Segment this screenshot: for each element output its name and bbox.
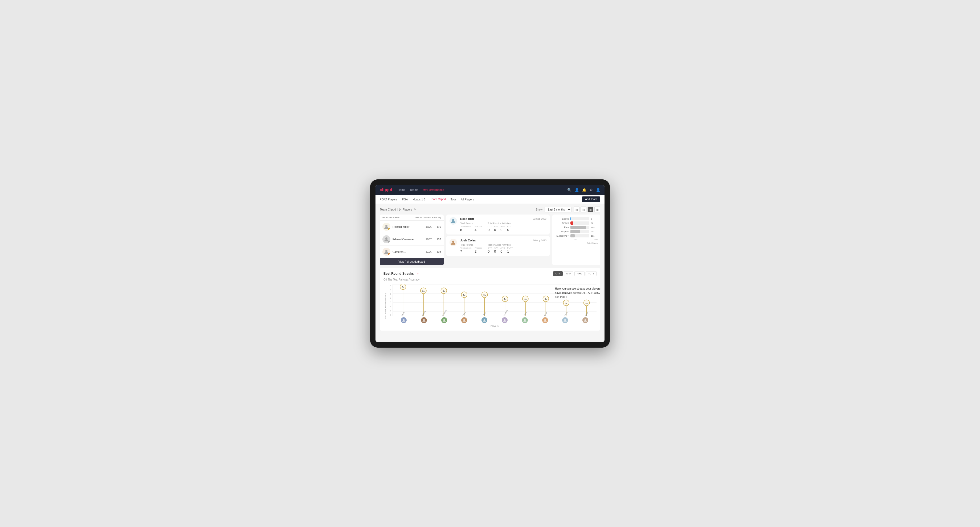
bar-track	[570, 234, 589, 237]
streak-avatar	[414, 317, 434, 323]
svg-point-47	[444, 319, 445, 321]
svg-text:R. Britt: R. Britt	[482, 312, 486, 316]
x-tick: 200	[574, 238, 577, 241]
filter-putt[interactable]: PUTT	[585, 271, 597, 276]
y-tick: 3	[390, 301, 391, 303]
svg-point-54	[584, 319, 586, 321]
search-icon[interactable]: 🔍	[567, 188, 571, 192]
subnav-all-players[interactable]: All Players	[461, 195, 474, 203]
player-avg: 103	[434, 251, 441, 253]
subnav-team-clippd[interactable]: Team Clippd	[430, 195, 446, 203]
players-panel: Rees Britt 02 Sep 2023 Total Rounds Tour…	[446, 214, 550, 265]
edit-icon[interactable]: ✎	[414, 208, 416, 211]
bar-label: Birdies	[555, 222, 569, 224]
tablet-screen: clippd Home Teams My Performance 🔍 👤 🔔 ⚙…	[375, 185, 605, 342]
y-tick: 6	[390, 289, 391, 291]
svg-point-45	[403, 319, 404, 321]
filter-arg[interactable]: ARG	[574, 271, 584, 276]
subnav-pga[interactable]: PGA	[402, 195, 408, 203]
y-tick: 5	[390, 293, 391, 295]
user-icon[interactable]: 👤	[575, 188, 579, 192]
rounds-stat-group: Total Rounds Tournament 8 Practice	[460, 222, 482, 232]
player-name: Cameron...	[393, 251, 421, 253]
avatar	[450, 239, 457, 246]
streak-avatar	[454, 317, 474, 323]
ott-val: 0	[488, 228, 492, 232]
avatar-row	[393, 317, 597, 323]
bar-row: Bogeys 311	[555, 230, 598, 233]
period-select[interactable]: Last 3 months	[545, 207, 571, 213]
add-team-button[interactable]: Add Team	[582, 197, 600, 202]
svg-text:D. Billingham: D. Billingham	[440, 310, 447, 316]
practice-label: Practice	[474, 225, 482, 227]
tournament-label: Tournament	[460, 247, 471, 249]
svg-text:E. Ebert: E. Ebert	[400, 311, 405, 316]
leaderboard-panel: PLAYER NAME PB SCORE PB AVG SQ 1 Richard…	[380, 214, 444, 265]
view-leaderboard-button[interactable]: View Full Leaderboard	[380, 258, 444, 265]
settings-icon[interactable]: ⚙	[590, 188, 593, 192]
svg-text:E. Crossman: E. Crossman	[501, 310, 508, 316]
bar-track	[570, 221, 589, 225]
player-name: Richard Butler	[393, 225, 421, 229]
table-view-btn[interactable]: ☰	[587, 206, 593, 213]
team-header: Team Clippd | 14 Players ✎ Show Last 3 m…	[380, 206, 600, 213]
player-card-date: 26 Aug 2023	[533, 239, 546, 242]
table-row: 1 Richard Butler 19/20 110	[380, 221, 444, 233]
nav-my-performance[interactable]: My Performance	[423, 187, 444, 192]
y-axis-container: Best Streak, Fairway Accuracy	[385, 284, 388, 327]
bar-label: Pars	[555, 226, 569, 229]
avatar	[450, 217, 457, 225]
nav-home[interactable]: Home	[398, 187, 405, 192]
player-card-stats: Total Rounds Tournament 8 Practice	[460, 222, 546, 232]
bar-track	[570, 230, 589, 233]
svg-text:4x: 4x	[545, 298, 547, 300]
svg-text:6x: 6x	[442, 290, 445, 292]
avatar: 3	[382, 248, 390, 256]
streak-avatar	[575, 317, 595, 323]
ott-val: 0	[488, 249, 492, 253]
bar-track	[570, 217, 589, 221]
bar-row: Birdies 96	[555, 221, 598, 225]
nav-icons: 🔍 👤 🔔 ⚙ 👤	[567, 188, 600, 192]
bar-fill	[570, 230, 580, 233]
streak-avatar	[495, 317, 515, 323]
detail-view-btn[interactable]: ☰	[594, 206, 600, 213]
player-card-name: Josh Coles	[460, 239, 476, 242]
top-navigation: clippd Home Teams My Performance 🔍 👤 🔔 ⚙…	[375, 185, 605, 195]
avatar-icon[interactable]: 👤	[596, 188, 600, 192]
bar-chart: Eagles 3 Birdies 96	[555, 217, 598, 237]
putt-val: 0	[508, 228, 513, 232]
bell-icon[interactable]: 🔔	[582, 188, 586, 192]
subnav-pgat[interactable]: PGAT Players	[380, 195, 397, 203]
grid-view-btn[interactable]: ☷	[574, 206, 579, 213]
streak-avatar	[515, 317, 535, 323]
sub-navigation: PGAT Players PGA Hcaps 1-5 Team Clippd T…	[375, 195, 605, 204]
x-tick: 400	[594, 238, 598, 241]
svg-text:C. Quick: C. Quick	[584, 311, 589, 316]
filter-app[interactable]: APP	[564, 271, 573, 276]
rank-badge: 1	[388, 228, 390, 231]
streak-avatar	[474, 317, 495, 323]
rank-badge: 3	[388, 253, 390, 256]
subnav-tour[interactable]: Tour	[450, 195, 456, 203]
app-label: APP	[494, 247, 498, 249]
player-card-content: Josh Coles 26 Aug 2023 Total Rounds Tour…	[460, 239, 546, 253]
bar-fill	[570, 221, 573, 225]
rank-badge: 2	[388, 241, 390, 243]
list-view-btn[interactable]: ☷	[581, 206, 586, 213]
practice-activities-label: Total Practice Activities	[488, 222, 513, 225]
tournament-label: Tournament	[460, 225, 471, 227]
svg-point-51	[524, 319, 526, 321]
nav-teams[interactable]: Teams	[410, 187, 418, 192]
subnav-hcaps[interactable]: Hcaps 1-5	[413, 195, 426, 203]
putt-label: PUTT	[508, 225, 513, 227]
streaks-wrapper: Best Round Streaks ← OTT APP ARG PUTT Of…	[380, 268, 600, 330]
table-row: 3 Cameron... 17/20 103	[380, 246, 444, 258]
practice-activities-group: Total Practice Activities OTT 0 APP	[488, 243, 513, 253]
filter-ott[interactable]: OTT	[553, 271, 563, 276]
svg-text:5x: 5x	[483, 294, 486, 296]
streaks-title: Best Round Streaks	[383, 272, 414, 275]
bar-value: 3	[591, 218, 598, 220]
svg-point-46	[423, 319, 425, 321]
y-tick: 4	[390, 297, 391, 300]
